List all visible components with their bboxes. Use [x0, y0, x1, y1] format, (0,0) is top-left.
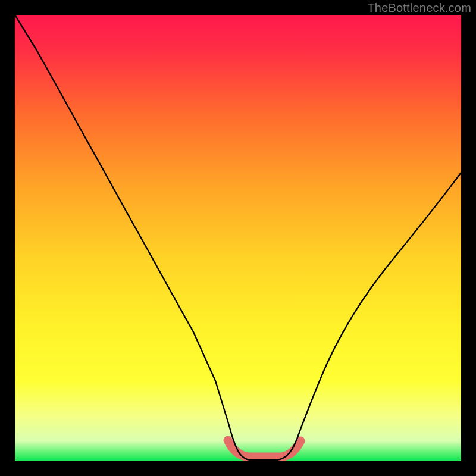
- chart-frame: TheBottleneck.com: [0, 0, 476, 476]
- gradient-background: [15, 15, 461, 461]
- plot-area: [15, 15, 461, 461]
- chart-svg: [15, 15, 461, 461]
- attribution-label: TheBottleneck.com: [367, 1, 471, 15]
